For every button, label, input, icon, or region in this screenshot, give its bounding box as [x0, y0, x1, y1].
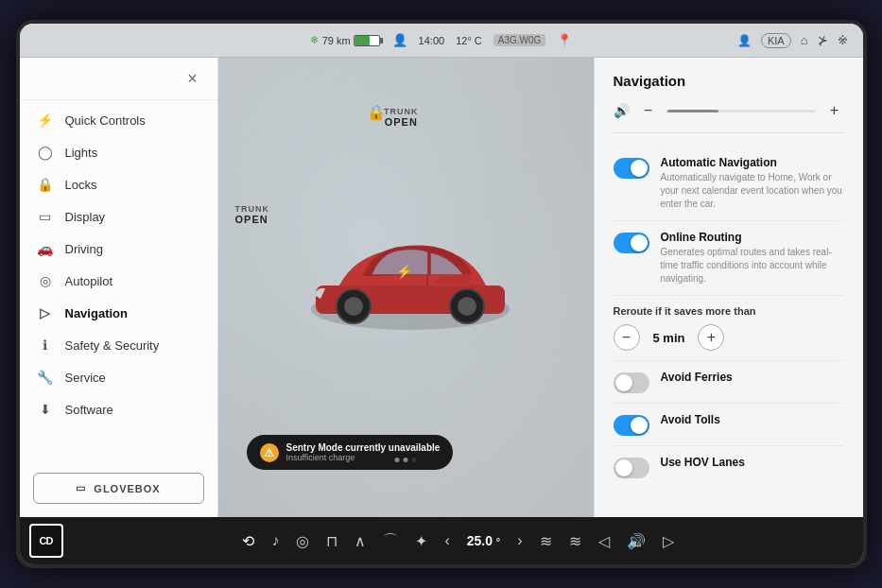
- close-button[interactable]: ×: [182, 67, 204, 90]
- sentry-title: Sentry Mode currently unavailable: [286, 442, 441, 453]
- temp-left-chevron[interactable]: ‹: [444, 532, 449, 549]
- svg-point-4: [344, 297, 363, 316]
- toggle-knob-hov: [615, 459, 632, 476]
- hov-toggle[interactable]: [614, 458, 649, 478]
- battery-tip: [381, 38, 384, 43]
- avoid-tolls-toggle[interactable]: [614, 415, 649, 436]
- avoid-ferries-text: Avoid Ferries: [661, 371, 844, 384]
- service-icon: 🔧: [37, 370, 54, 385]
- menu-item-label-quick-controls: Quick Controls: [65, 113, 146, 128]
- battery-bar: [355, 35, 381, 46]
- person-icon: 👤: [737, 34, 752, 47]
- nav-panel-title: Navigation: [614, 73, 844, 89]
- vol-down-icon[interactable]: ◁: [598, 532, 610, 550]
- display-icon: ▭: [37, 209, 54, 224]
- temp-right-chevron[interactable]: ›: [517, 532, 522, 549]
- seat-heat-icon[interactable]: ≋: [540, 532, 552, 550]
- car-area: TRUNK OPEN 🔒 TRUNK OPEN: [218, 58, 594, 517]
- wifi-icon: ⊁: [818, 33, 828, 47]
- automatic-nav-toggle[interactable]: [614, 158, 649, 179]
- seat-heat2-icon[interactable]: ≋: [569, 532, 581, 550]
- locks-icon: 🔒: [37, 177, 54, 192]
- reroute-value: 5 min: [653, 331, 685, 345]
- bluetooth-icon: ※: [838, 33, 848, 47]
- volume-minus-button[interactable]: −: [639, 102, 658, 119]
- menu-item-lights[interactable]: ◯ Lights: [20, 136, 217, 168]
- menu-item-safety[interactable]: ℹ Safety & Security: [20, 329, 217, 361]
- bottom-icons: ⟲ ♪ ◎ ⊓ ∧ ⌒ ✦ ‹ 25.0 ° › ≋ ≋ ◁ 🔊 ▷: [63, 531, 854, 551]
- navigation-panel: Navigation 🔊 − + Automatic Na: [594, 58, 863, 517]
- home-icon: ⌂: [801, 33, 808, 47]
- volume-slider[interactable]: [667, 110, 816, 112]
- main-area: × ⚡ Quick Controls ◯ Lights 🔒 Locks: [20, 58, 863, 517]
- software-icon: ⬇: [37, 402, 54, 417]
- speaker-icon[interactable]: 🔊: [627, 532, 646, 550]
- time-display: 14:00: [419, 35, 445, 46]
- battery-km: 79 km: [322, 35, 351, 46]
- back-icon[interactable]: ⟲: [242, 532, 254, 550]
- menu-item-navigation[interactable]: ▷ Navigation: [20, 297, 217, 329]
- toggle-knob-tolls: [631, 417, 648, 434]
- toggle-knob: [631, 160, 648, 177]
- car-svg: ⚡: [287, 200, 533, 361]
- svg-text:⚡: ⚡: [396, 264, 413, 280]
- reroute-label: Reroute if it saves more than: [614, 305, 844, 317]
- battery-fill: [355, 36, 371, 45]
- volume-icon: 🔊: [614, 103, 630, 118]
- avoid-tolls-text: Avoid Tolls: [661, 413, 844, 426]
- page-dot-3: [412, 458, 417, 462]
- setting-row-hov: Use HOV Lanes: [614, 446, 844, 488]
- menu-item-software[interactable]: ⬇ Software: [20, 393, 217, 425]
- menu-item-autopilot[interactable]: ◎ Autopilot: [20, 265, 217, 297]
- car-visual: ⚡: [247, 110, 575, 451]
- autopilot-icon: ◎: [37, 273, 54, 288]
- online-routing-text: Online Routing Generates optimal routes …: [661, 231, 844, 285]
- glovebox-label: GLOVEBOX: [94, 483, 160, 494]
- network-badge: A3G.W0G: [493, 34, 546, 46]
- vol-up-icon[interactable]: ▷: [663, 532, 674, 550]
- menu-item-label-display: Display: [65, 210, 106, 224]
- automatic-nav-text: Automatic Navigation Automatically navig…: [661, 156, 844, 211]
- automatic-nav-label: Automatic Navigation: [661, 156, 844, 169]
- reroute-section: Reroute if it saves more than − 5 min +: [614, 296, 844, 361]
- menu-item-label-software: Software: [65, 403, 113, 417]
- menu-item-driving[interactable]: 🚗 Driving: [20, 233, 217, 265]
- fan-icon[interactable]: ✦: [415, 532, 427, 550]
- menu-item-locks[interactable]: 🔒 Locks: [20, 168, 217, 200]
- music-icon[interactable]: ♪: [271, 532, 279, 549]
- menu-item-display[interactable]: ▭ Display: [20, 200, 217, 233]
- menu-item-service[interactable]: 🔧 Service: [20, 361, 217, 393]
- status-bar: ❄ 79 km 👤 14:00 12° C A3G.W0G 📍 👤 KIA ⌂: [20, 24, 863, 58]
- status-right: 👤 KIA ⌂ ⊁ ※: [737, 33, 848, 48]
- page-dot-1: [395, 458, 400, 462]
- glovebox-icon: ▭: [76, 482, 86, 494]
- toggle-knob-2: [631, 234, 648, 251]
- menu-item-label-navigation: Navigation: [65, 306, 128, 320]
- online-routing-desc: Generates optimal routes and takes real-…: [661, 246, 844, 285]
- online-routing-label: Online Routing: [661, 231, 844, 244]
- menu-item-label-locks: Locks: [65, 178, 97, 192]
- volume-plus-button[interactable]: +: [825, 102, 844, 119]
- setting-row-avoid-ferries: Avoid Ferries: [614, 361, 844, 404]
- sentry-warning: ⚠ Sentry Mode currently unavailable Insu…: [247, 435, 454, 470]
- up-icon[interactable]: ∧: [355, 532, 366, 550]
- lights-icon: ◯: [37, 145, 54, 160]
- panel-header: ×: [20, 58, 217, 100]
- controls-panel: × ⚡ Quick Controls ◯ Lights 🔒 Locks: [20, 58, 218, 517]
- driving-icon: 🚗: [37, 241, 54, 256]
- volume-fill: [667, 110, 719, 112]
- reroute-minus-button[interactable]: −: [614, 324, 640, 351]
- menu-item-label-driving: Driving: [65, 242, 103, 256]
- menu-item-quick-controls[interactable]: ⚡ Quick Controls: [20, 104, 217, 136]
- menu-icon[interactable]: ◎: [296, 532, 309, 550]
- avoid-ferries-toggle[interactable]: [614, 372, 649, 393]
- glovebox-button[interactable]: ▭ GLOVEBOX: [33, 473, 204, 504]
- driver-icon: 👤: [392, 33, 407, 47]
- online-routing-toggle[interactable]: [614, 233, 649, 253]
- seat-icon[interactable]: ⊓: [326, 532, 337, 550]
- setting-row-online-routing: Online Routing Generates optimal routes …: [614, 221, 844, 296]
- sentry-subtitle: Insufficient charge: [286, 453, 441, 462]
- safety-icon: ℹ: [37, 337, 54, 353]
- reroute-plus-button[interactable]: +: [698, 324, 724, 351]
- seat2-icon[interactable]: ⌒: [383, 531, 398, 551]
